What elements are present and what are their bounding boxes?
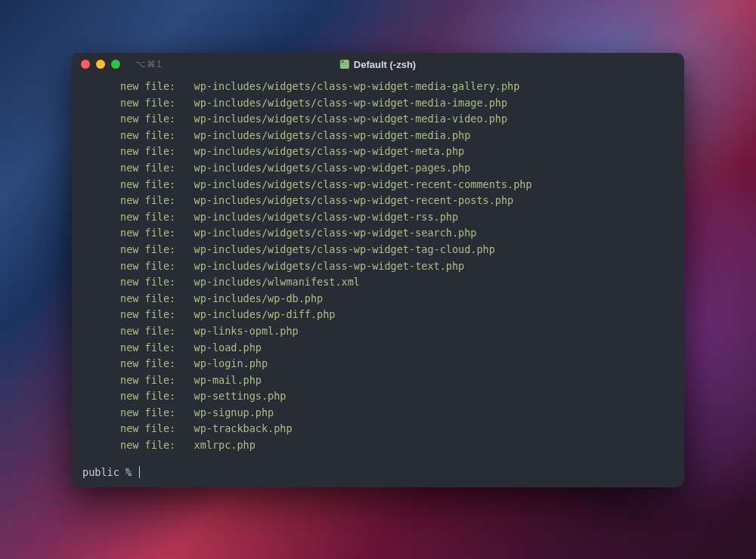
file-line: new file: wp-signup.php (82, 405, 674, 422)
file-line: new file: wp-includes/widgets/class-wp-w… (82, 144, 674, 160)
file-line: new file: wp-links-opml.php (82, 323, 674, 340)
shell-prompt[interactable]: public % (82, 465, 674, 481)
titlebar[interactable]: ⌥⌘1 Default (-zsh) (72, 53, 684, 76)
file-line: new file: wp-includes/wp-db.php (82, 291, 674, 307)
file-line: new file: wp-includes/widgets/class-wp-w… (82, 111, 674, 128)
file-line: new file: wp-includes/wp-diff.php (82, 307, 674, 323)
file-line: new file: xmlrpc.php (82, 437, 674, 454)
close-button[interactable] (81, 60, 90, 69)
file-line: new file: wp-includes/widgets/class-wp-w… (82, 95, 674, 112)
file-line: new file: wp-mail.php (82, 372, 674, 389)
cursor (139, 466, 140, 478)
window-title-text: Default (-zsh) (354, 59, 416, 70)
file-line: new file: wp-trackback.php (82, 421, 674, 437)
file-line: new file: wp-includes/widgets/class-wp-w… (82, 258, 674, 275)
file-line: new file: wp-includes/widgets/class-wp-w… (82, 160, 674, 177)
window-title: Default (-zsh) (340, 59, 416, 70)
file-line: new file: wp-load.php (82, 340, 674, 357)
terminal-body[interactable]: new file: wp-includes/widgets/class-wp-w… (72, 76, 684, 487)
file-line: new file: wp-login.php (82, 356, 674, 372)
file-line: new file: wp-includes/widgets/class-wp-w… (82, 242, 674, 258)
maximize-button[interactable] (111, 60, 120, 69)
terminal-window: ⌥⌘1 Default (-zsh) new file: wp-includes… (72, 53, 684, 487)
file-line: new file: wp-includes/widgets/class-wp-w… (82, 209, 674, 226)
file-line: new file: wp-includes/widgets/class-wp-w… (82, 177, 674, 193)
file-line: new file: wp-includes/widgets/class-wp-w… (82, 193, 674, 209)
file-line: new file: wp-includes/widgets/class-wp-w… (82, 128, 674, 144)
git-status-output: new file: wp-includes/widgets/class-wp-w… (82, 79, 674, 454)
minimize-button[interactable] (96, 60, 105, 69)
traffic-lights (81, 60, 120, 69)
file-line: new file: wp-settings.php (82, 388, 674, 405)
file-line: new file: wp-includes/wlwmanifest.xml (82, 274, 674, 291)
terminal-icon (340, 60, 349, 69)
file-line: new file: wp-includes/widgets/class-wp-w… (82, 79, 674, 95)
file-line: new file: wp-includes/widgets/class-wp-w… (82, 225, 674, 242)
tab-shortcut-label: ⌥⌘1 (135, 59, 163, 69)
prompt-text: public % (82, 466, 138, 478)
